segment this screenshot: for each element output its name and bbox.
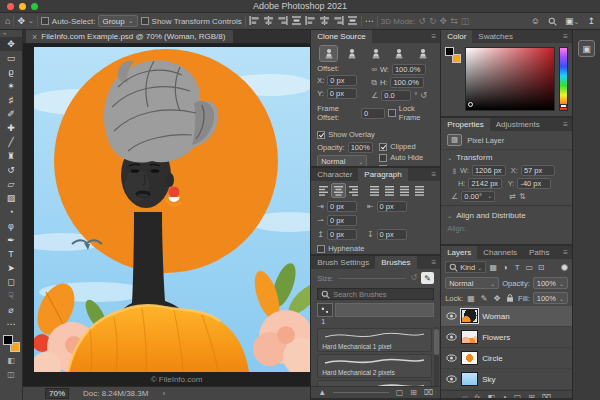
show-transform-checkbox[interactable] [141, 17, 149, 25]
align-text-left-button[interactable] [317, 184, 330, 197]
foreground-color-swatch[interactable] [3, 335, 13, 345]
tab-properties[interactable]: Properties [441, 118, 489, 131]
space-before-field[interactable]: 0 px [327, 229, 357, 240]
offset-y-field[interactable]: 0 px [327, 88, 357, 99]
align-text-center-button[interactable] [332, 184, 345, 197]
new-brush-icon[interactable]: ⊞ [410, 388, 417, 397]
tab-paths[interactable]: Paths [523, 246, 555, 259]
align-left-icon[interactable] [249, 16, 260, 26]
space-after-field[interactable]: 0 px [377, 229, 407, 240]
lock-pixels-icon[interactable]: ✎ [479, 294, 489, 303]
color-swatches-widget[interactable] [3, 335, 20, 352]
tab-layers[interactable]: Layers [441, 246, 477, 259]
visibility-eye-icon[interactable] [446, 333, 457, 341]
filter-smart-object-icon[interactable]: ⊡ [536, 263, 546, 272]
workspace-switcher[interactable]: ▣⌄ [565, 17, 579, 26]
justify-all-button[interactable] [413, 184, 426, 197]
rotation-field[interactable]: 0.00°⌄ [461, 191, 495, 202]
visibility-eye-icon[interactable] [446, 354, 457, 362]
brush-item[interactable]: Hard Mechanical 1 pixel [317, 328, 432, 352]
foreground-color-swatch[interactable] [445, 47, 454, 56]
layer-row-flowers[interactable]: Flowers [441, 327, 572, 348]
chevron-down-icon[interactable]: ⌄ [28, 17, 34, 25]
delete-layer-icon[interactable]: ⌧ [542, 393, 551, 400]
color-picker-cursor[interactable] [468, 102, 473, 107]
tool-quick-selection[interactable]: ✶ [0, 79, 22, 93]
document-canvas[interactable] [34, 47, 310, 372]
y-position-field[interactable]: -40 px [517, 178, 551, 189]
overlay-blend-dropdown[interactable]: Normal⌄ [317, 155, 367, 167]
filter-pixel-icon[interactable]: ▦ [488, 263, 498, 272]
account-icon[interactable]: ☺ [531, 17, 540, 26]
flip-horizontal-icon[interactable]: ⇄ [509, 193, 516, 201]
indent-right-field[interactable]: 0 px [377, 201, 407, 212]
more-options-icon[interactable]: ⋯ [365, 17, 374, 26]
overlay-opacity-field[interactable]: 100% [348, 142, 373, 153]
blend-mode-dropdown[interactable]: Normal ⌄ [445, 277, 499, 289]
layer-row-woman[interactable]: Woman [441, 306, 572, 327]
tool-lasso[interactable]: ϱ [0, 65, 22, 79]
fill-dropdown[interactable]: 100% ⌄ [533, 292, 568, 304]
brush-group-thumbnail[interactable] [317, 303, 333, 317]
stroke-preview-icon[interactable]: ▲ [318, 388, 326, 397]
brush-item[interactable]: Hard Mechanical 3 pixels [317, 380, 432, 386]
tool-pen[interactable]: ✒ [0, 233, 22, 247]
tab-character[interactable]: Character [311, 168, 358, 181]
tool-rectangle[interactable]: ◻ [0, 275, 22, 289]
first-line-indent-field[interactable]: 0 px [327, 215, 357, 226]
justify-last-left-button[interactable] [368, 184, 381, 197]
layer-row-circle[interactable]: Circle [441, 348, 572, 369]
tool-brush[interactable]: ╱ [0, 135, 22, 149]
tool-hand[interactable]: ☟ [0, 289, 22, 303]
scale-h-field[interactable]: 100.0% [390, 77, 424, 88]
tool-eyedropper[interactable]: ✐ [0, 107, 22, 121]
clone-source-4-button[interactable] [391, 46, 408, 61]
tab-color[interactable]: Color [441, 30, 472, 43]
brush-list[interactable]: Hard Mechanical 1 pixel Hard Mechanical … [311, 327, 440, 386]
link-dimensions-icon[interactable]: ∞ [450, 168, 458, 174]
scrollbar[interactable] [434, 327, 439, 386]
minimize-window-button[interactable] [19, 3, 26, 10]
panel-menu-icon[interactable]: ≡ [563, 32, 568, 41]
filter-adjustment-icon[interactable]: ◑ [500, 263, 510, 272]
justify-last-center-button[interactable] [383, 184, 396, 197]
align-right-icon[interactable] [277, 16, 288, 26]
tool-zoom[interactable]: ⌀ [0, 303, 22, 317]
tab-adjustments[interactable]: Adjustments [490, 118, 546, 131]
flip-icon[interactable]: ⧉ [371, 79, 377, 87]
hyphenate-checkbox[interactable] [317, 245, 325, 253]
chevron-down-icon[interactable]: ⌄ [447, 212, 452, 219]
tab-clone-source[interactable]: Clone Source [311, 30, 371, 43]
distribute-vertical-icon[interactable] [291, 16, 302, 26]
maximize-window-button[interactable] [31, 3, 38, 10]
new-layer-icon[interactable]: ⊞ [528, 393, 535, 400]
layer-row-sky[interactable]: Sky [441, 369, 572, 390]
layer-style-icon[interactable]: fx [475, 393, 481, 400]
rotation-field[interactable]: 0.0 [381, 90, 411, 101]
edit-toolbar-button[interactable]: ⋯ [0, 317, 22, 331]
tab-swatches[interactable]: Swatches [472, 30, 519, 43]
layer-thumbnail[interactable] [461, 309, 478, 323]
brush-group-bar[interactable] [335, 303, 434, 317]
link-layers-icon[interactable]: ∞ [462, 393, 468, 400]
zoom-level-field[interactable]: 70% [45, 388, 69, 399]
opacity-dropdown[interactable]: 100% ⌄ [533, 277, 568, 289]
clone-source-3-button[interactable] [367, 46, 384, 61]
tool-clone-stamp[interactable]: ♜ [0, 149, 22, 163]
lock-position-icon[interactable]: ✥ [492, 294, 502, 303]
lock-frame-checkbox[interactable] [388, 109, 396, 117]
reset-transform-icon[interactable]: ↺ [420, 92, 427, 100]
distribute-horizontal-icon[interactable] [347, 16, 358, 26]
tool-move[interactable]: ✥ [0, 37, 22, 51]
x-position-field[interactable]: 57 px [521, 165, 555, 176]
stroke-preview-toggle[interactable]: ✎ [421, 272, 434, 284]
layer-thumbnail[interactable] [461, 372, 478, 386]
panel-menu-icon[interactable]: ≡ [563, 248, 568, 257]
panel-menu-icon[interactable]: ≡ [432, 170, 437, 179]
flip-vertical-icon[interactable]: ⇅ [519, 193, 526, 201]
move-tool-icon[interactable]: ✥ [17, 17, 25, 26]
clone-source-2-button[interactable] [344, 46, 361, 61]
status-options-arrow[interactable]: › [162, 389, 165, 398]
close-tab-icon[interactable]: × [32, 32, 37, 42]
tool-eraser[interactable]: ▱ [0, 177, 22, 191]
